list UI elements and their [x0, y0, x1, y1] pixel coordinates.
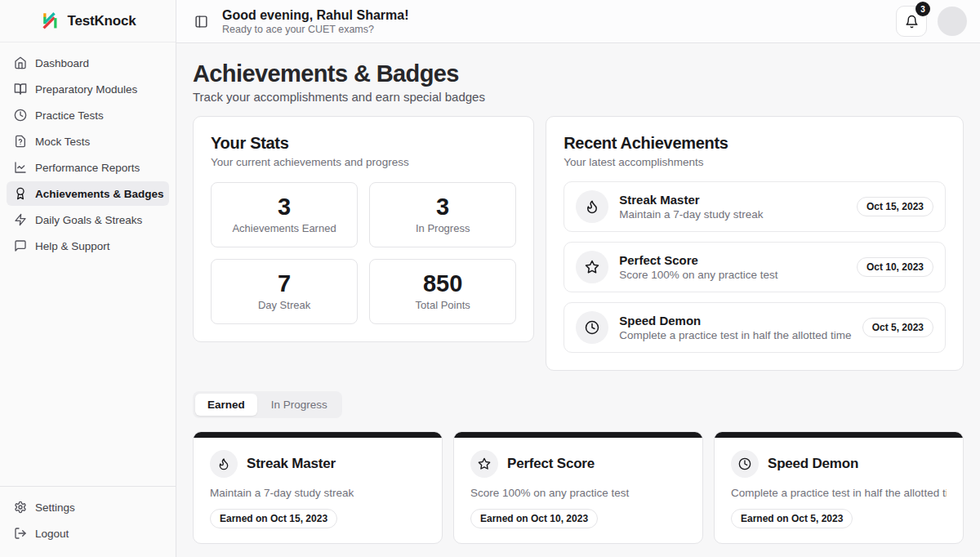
achievement-description: Score 100% on any practice test	[619, 269, 846, 281]
clock-icon	[14, 109, 27, 122]
stat-value: 3	[376, 194, 509, 221]
award-icon	[14, 187, 27, 200]
stat-day-streak: 7 Day Streak	[211, 259, 358, 324]
summary-cards-row: Your Stats Your current achievements and…	[193, 116, 964, 371]
brand-link[interactable]: TestKnock	[0, 0, 176, 42]
main-area: Good evening, Rahul Sharma! Ready to ace…	[176, 0, 980, 557]
sidebar-item-label: Logout	[35, 528, 69, 540]
flame-icon	[217, 457, 230, 470]
sidebar-item-dashboard[interactable]: Dashboard	[7, 51, 169, 75]
achievement-title: Speed Demon	[619, 314, 851, 328]
sidebar-item-achievements-badges[interactable]: Achievements & Badges	[7, 181, 169, 206]
top-header: Good evening, Rahul Sharma! Ready to ace…	[176, 0, 980, 43]
badge-card-speed-demon: Speed Demon Complete a practice test in …	[714, 431, 964, 544]
sidebar-item-label: Practice Tests	[35, 109, 104, 122]
sidebar-item-daily-goals-streaks[interactable]: Daily Goals & Streaks	[7, 207, 169, 232]
earned-badges-grid: Streak Master Maintain a 7-day study str…	[193, 431, 964, 544]
stat-label: Day Streak	[218, 299, 350, 311]
badge-accent-bar	[194, 432, 442, 438]
stats-card-title: Your Stats	[211, 134, 516, 153]
star-icon	[478, 457, 491, 470]
stat-label: In Progress	[376, 222, 509, 234]
greeting-title: Good evening, Rahul Sharma!	[222, 8, 408, 23]
badge-title: Perfect Score	[507, 456, 595, 472]
stat-total-points: 850 Total Points	[369, 259, 516, 324]
sidebar-item-logout[interactable]: Logout	[7, 521, 169, 546]
notifications-button[interactable]: 3	[896, 6, 927, 37]
sidebar-item-label: Preparatory Modules	[35, 83, 137, 96]
badge-accent-bar	[454, 432, 702, 438]
flame-icon	[585, 199, 599, 214]
sidebar-item-performance-reports[interactable]: Performance Reports	[7, 155, 169, 180]
page-content: Achievements & Badges Track your accompl…	[176, 43, 980, 557]
stat-achievements-earned: 3 Achievements Earned	[211, 182, 358, 247]
sidebar-item-label: Achievements & Badges	[35, 188, 164, 200]
message-square-icon	[14, 239, 27, 252]
badge-earned-date: Earned on Oct 15, 2023	[210, 509, 337, 528]
header-actions: 3	[896, 6, 967, 37]
gear-icon	[14, 501, 27, 514]
sidebar-item-help-support[interactable]: Help & Support	[7, 234, 169, 258]
testknock-logo-icon	[40, 11, 61, 32]
greeting-subtitle: Ready to ace your CUET exams?	[222, 24, 408, 35]
recent-card-title: Recent Achievements	[564, 134, 946, 153]
recent-achievements-card: Recent Achievements Your latest accompli…	[546, 116, 964, 371]
clock-icon	[585, 320, 599, 335]
recent-card-subtitle: Your latest accomplishments	[564, 156, 946, 168]
sidebar-item-label: Mock Tests	[35, 136, 90, 148]
sidebar: TestKnock Dashboard Preparatory Modules …	[0, 0, 176, 557]
tab-in-progress[interactable]: In Progress	[259, 394, 340, 416]
sidebar-footer: Settings Logout	[0, 486, 176, 557]
badge-earned-date: Earned on Oct 5, 2023	[731, 509, 853, 528]
log-out-icon	[14, 527, 27, 540]
sidebar-item-mock-tests[interactable]: Mock Tests	[7, 129, 169, 154]
sidebar-item-label: Daily Goals & Streaks	[35, 214, 142, 226]
sidebar-item-label: Settings	[35, 501, 75, 514]
achievement-title: Perfect Score	[619, 253, 846, 267]
achievement-date-badge: Oct 10, 2023	[857, 257, 933, 277]
stat-label: Total Points	[376, 299, 509, 311]
your-stats-card: Your Stats Your current achievements and…	[193, 116, 534, 342]
badge-description: Score 100% on any practice test	[470, 487, 686, 499]
sidebar-item-practice-tests[interactable]: Practice Tests	[7, 103, 169, 127]
achievement-description: Complete a practice test in half the all…	[619, 329, 851, 341]
sidebar-item-label: Dashboard	[35, 57, 89, 69]
badge-earned-date: Earned on Oct 10, 2023	[470, 509, 598, 528]
list-item-perfect-score: Perfect Score Score 100% on any practice…	[564, 242, 946, 292]
star-icon	[585, 260, 599, 274]
achievement-date-badge: Oct 15, 2023	[857, 197, 933, 216]
line-chart-icon	[14, 161, 27, 174]
file-question-icon	[14, 135, 27, 148]
stat-value: 850	[376, 270, 509, 297]
user-avatar[interactable]	[938, 7, 967, 36]
sidebar-nav: Dashboard Preparatory Modules Practice T…	[0, 42, 176, 261]
stat-label: Achievements Earned	[218, 222, 350, 234]
recent-achievements-list: Streak Master Maintain a 7-day study str…	[564, 181, 946, 353]
badge-card-streak-master: Streak Master Maintain a 7-day study str…	[193, 431, 443, 544]
clock-icon	[738, 457, 751, 470]
sidebar-item-preparatory-modules[interactable]: Preparatory Modules	[7, 77, 169, 101]
badge-title: Streak Master	[247, 456, 336, 472]
badge-accent-bar	[715, 432, 963, 438]
page-subtitle: Track your accomplishments and earn spec…	[193, 90, 964, 104]
stats-grid: 3 Achievements Earned 3 In Progress 7 Da…	[211, 182, 516, 324]
sidebar-item-label: Performance Reports	[35, 162, 140, 174]
badge-description: Maintain a 7-day study streak	[210, 487, 425, 499]
badge-card-perfect-score: Perfect Score Score 100% on any practice…	[453, 431, 703, 544]
stats-card-subtitle: Your current achievements and progress	[211, 156, 516, 168]
tab-earned[interactable]: Earned	[195, 394, 257, 416]
stat-value: 3	[218, 194, 350, 221]
home-icon	[14, 56, 27, 69]
sidebar-item-settings[interactable]: Settings	[7, 495, 169, 519]
achievement-date-badge: Oct 5, 2023	[862, 318, 933, 337]
stat-in-progress: 3 In Progress	[369, 182, 516, 247]
stat-value: 7	[218, 270, 350, 297]
brand-name: TestKnock	[68, 13, 136, 29]
badge-description: Complete a practice test in half the all…	[731, 487, 947, 499]
notification-count-badge: 3	[915, 2, 930, 16]
badges-tablist: Earned In Progress	[193, 391, 342, 418]
achievement-title: Streak Master	[619, 193, 846, 207]
bell-icon	[905, 15, 919, 29]
sidebar-item-label: Help & Support	[35, 240, 110, 252]
sidebar-toggle-button[interactable]	[189, 10, 212, 33]
